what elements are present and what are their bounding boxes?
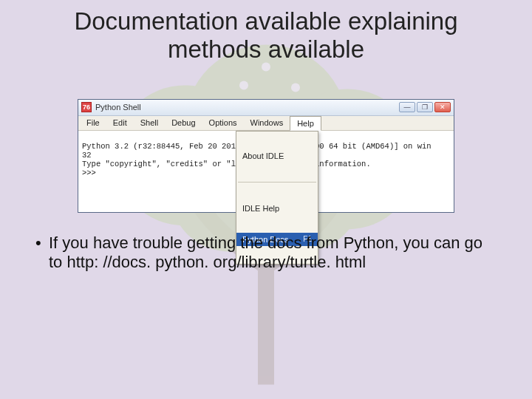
shell-client-area[interactable]: Python 3.2 (r32:88445, Feb 20 201 v.1500… [78,131,454,212]
menu-shell[interactable]: Shell [134,116,165,130]
help-about-idle[interactable]: About IDLE [236,149,318,163]
maximize-button[interactable]: ❐ [417,102,433,112]
svg-point-13 [262,62,270,71]
slide-title: Documentation available explaining metho… [0,0,532,64]
svg-point-7 [239,81,248,89]
menu-windows[interactable]: Windows [244,116,290,130]
window-titlebar[interactable]: 76 Python Shell — ❐ ✕ [78,100,454,116]
menu-options[interactable]: Options [202,116,244,130]
shell-prompt: >>> [82,168,100,177]
bullet-item: • If you have trouble getting the docs f… [35,233,497,272]
menubar: File Edit Shell Debug Options Windows He… [78,116,454,131]
menu-file[interactable]: File [80,116,106,130]
close-button[interactable]: ✕ [434,102,451,112]
app-icon: 76 [81,102,92,112]
minimize-button[interactable]: — [399,102,415,112]
bullet-text: If you have trouble getting the docs fro… [49,233,497,272]
python-shell-window: 76 Python Shell — ❐ ✕ File Edit Shell De… [78,99,454,213]
shell-line-3a: Type "copyright", "credits" or "li [82,160,240,168]
window-title: Python Shell [95,103,141,112]
help-idle-help[interactable]: IDLE Help [236,202,318,215]
bullet-list: • If you have trouble getting the docs f… [35,233,497,272]
shell-line-1a: Python 3.2 (r32:88445, Feb 20 201 [82,142,236,151]
shell-line-2: 32 [82,151,92,160]
menu-debug[interactable]: Debug [165,116,202,130]
svg-point-8 [291,83,300,92]
menu-separator [238,182,316,183]
menu-help[interactable]: Help [290,116,321,131]
bullet-dot: • [35,233,49,272]
menu-edit[interactable]: Edit [106,116,134,130]
